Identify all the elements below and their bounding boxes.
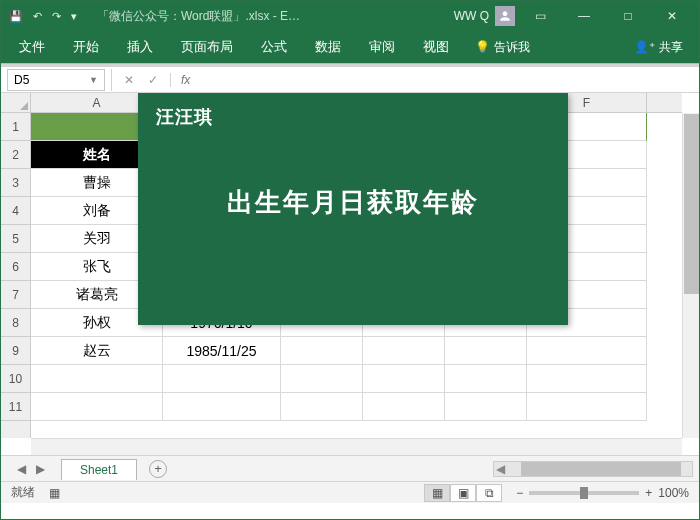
status-ready: 就绪 bbox=[11, 484, 35, 501]
spreadsheet-grid: A B C D E F 1 2 3 4 5 6 7 8 9 10 11 出 姓名… bbox=[1, 93, 699, 455]
sheet-tab-bar: ◀▶ Sheet1 + ◀ bbox=[1, 455, 699, 481]
page-layout-icon[interactable]: ▣ bbox=[450, 484, 476, 502]
cell[interactable] bbox=[31, 393, 163, 421]
next-sheet-icon[interactable]: ▶ bbox=[36, 462, 45, 476]
overlay-image: 汪汪琪 出生年月日获取年龄 bbox=[138, 93, 568, 325]
qat-menu-icon[interactable]: ▾ bbox=[71, 10, 77, 23]
row-header[interactable]: 9 bbox=[1, 337, 30, 365]
cell[interactable] bbox=[31, 365, 163, 393]
chevron-down-icon[interactable]: ▼ bbox=[89, 75, 98, 85]
scrollbar-thumb[interactable] bbox=[521, 462, 681, 476]
cell[interactable]: 赵云 bbox=[31, 337, 163, 365]
zoom-level[interactable]: 100% bbox=[658, 486, 689, 500]
minimize-icon[interactable]: — bbox=[565, 1, 603, 31]
scroll-left-icon[interactable]: ◀ bbox=[494, 462, 507, 476]
tab-file[interactable]: 文件 bbox=[7, 32, 57, 62]
tab-insert[interactable]: 插入 bbox=[115, 32, 165, 62]
row-header[interactable]: 1 bbox=[1, 113, 30, 141]
share-button[interactable]: 👤⁺共享 bbox=[624, 39, 693, 56]
ribbon-options-icon[interactable]: ▭ bbox=[521, 1, 559, 31]
user-label: WW Q bbox=[454, 9, 489, 23]
cell[interactable] bbox=[363, 365, 445, 393]
prev-sheet-icon[interactable]: ◀ bbox=[17, 462, 26, 476]
zoom-slider[interactable] bbox=[529, 491, 639, 495]
tab-view[interactable]: 视图 bbox=[411, 32, 461, 62]
row-header[interactable]: 10 bbox=[1, 365, 30, 393]
overlay-author: 汪汪琪 bbox=[156, 105, 213, 129]
tab-formulas[interactable]: 公式 bbox=[249, 32, 299, 62]
cell[interactable] bbox=[527, 337, 647, 365]
horizontal-scrollbar-area bbox=[31, 438, 682, 455]
macro-icon[interactable]: ▦ bbox=[49, 486, 60, 500]
view-switcher: ▦ ▣ ⧉ bbox=[424, 484, 502, 502]
maximize-icon[interactable]: □ bbox=[609, 1, 647, 31]
cell[interactable] bbox=[363, 337, 445, 365]
cell[interactable] bbox=[163, 365, 281, 393]
avatar[interactable] bbox=[495, 6, 515, 26]
sheet-tab[interactable]: Sheet1 bbox=[61, 459, 137, 480]
cell[interactable] bbox=[445, 365, 527, 393]
scrollbar-thumb[interactable] bbox=[684, 114, 699, 294]
row-header[interactable]: 11 bbox=[1, 393, 30, 421]
cell[interactable] bbox=[163, 393, 281, 421]
title-bar: 💾 ↶ ↷ ▾ 「微信公众号：Word联盟」.xlsx - E… WW Q ▭ … bbox=[1, 1, 699, 31]
tab-layout[interactable]: 页面布局 bbox=[169, 32, 245, 62]
vertical-scrollbar[interactable] bbox=[682, 113, 699, 438]
close-icon[interactable]: ✕ bbox=[653, 1, 691, 31]
row-header[interactable]: 8 bbox=[1, 309, 30, 337]
page-break-icon[interactable]: ⧉ bbox=[476, 484, 502, 502]
fx-icon[interactable]: fx bbox=[170, 73, 200, 87]
window-title: 「微信公众号：Word联盟」.xlsx - E… bbox=[97, 8, 440, 25]
zoom-in-icon[interactable]: + bbox=[645, 486, 652, 500]
tab-data[interactable]: 数据 bbox=[303, 32, 353, 62]
cell[interactable] bbox=[281, 365, 363, 393]
name-box[interactable]: D5▼ bbox=[7, 69, 105, 91]
undo-icon[interactable]: ↶ bbox=[33, 10, 42, 23]
row-header[interactable]: 4 bbox=[1, 197, 30, 225]
tab-home[interactable]: 开始 bbox=[61, 32, 111, 62]
save-icon[interactable]: 💾 bbox=[9, 10, 23, 23]
slider-knob[interactable] bbox=[580, 487, 588, 499]
cell[interactable] bbox=[527, 393, 647, 421]
normal-view-icon[interactable]: ▦ bbox=[424, 484, 450, 502]
row-header[interactable]: 6 bbox=[1, 253, 30, 281]
row-header[interactable]: 2 bbox=[1, 141, 30, 169]
horizontal-scrollbar[interactable]: ◀ bbox=[493, 461, 693, 477]
status-bar: 就绪 ▦ ▦ ▣ ⧉ − + 100% bbox=[1, 481, 699, 503]
quick-access-toolbar: 💾 ↶ ↷ ▾ bbox=[9, 10, 77, 23]
cell[interactable] bbox=[445, 337, 527, 365]
zoom-controls: − + 100% bbox=[516, 486, 689, 500]
tab-review[interactable]: 审阅 bbox=[357, 32, 407, 62]
redo-icon[interactable]: ↷ bbox=[52, 10, 61, 23]
cell[interactable] bbox=[281, 393, 363, 421]
row-header[interactable]: 5 bbox=[1, 225, 30, 253]
row-headers: 1 2 3 4 5 6 7 8 9 10 11 bbox=[1, 113, 31, 438]
row-header[interactable]: 7 bbox=[1, 281, 30, 309]
zoom-out-icon[interactable]: − bbox=[516, 486, 523, 500]
bulb-icon: 💡 bbox=[475, 40, 490, 54]
add-sheet-button[interactable]: + bbox=[149, 460, 167, 478]
cancel-icon[interactable]: ✕ bbox=[124, 73, 134, 87]
cell[interactable] bbox=[281, 337, 363, 365]
formula-bar: D5▼ ✕ ✓ fx bbox=[1, 67, 699, 93]
cell[interactable]: 1985/11/25 bbox=[163, 337, 281, 365]
accept-icon[interactable]: ✓ bbox=[148, 73, 158, 87]
ribbon: 文件 开始 插入 页面布局 公式 数据 审阅 视图 💡告诉我 👤⁺共享 bbox=[1, 31, 699, 63]
overlay-title: 出生年月日获取年龄 bbox=[138, 185, 568, 220]
tell-me[interactable]: 💡告诉我 bbox=[465, 39, 540, 56]
cell[interactable] bbox=[445, 393, 527, 421]
cell[interactable] bbox=[363, 393, 445, 421]
row-header[interactable]: 3 bbox=[1, 169, 30, 197]
sheet-nav[interactable]: ◀▶ bbox=[1, 462, 61, 476]
cell[interactable] bbox=[527, 365, 647, 393]
share-icon: 👤⁺ bbox=[634, 40, 655, 54]
select-all-corner[interactable] bbox=[1, 93, 31, 113]
